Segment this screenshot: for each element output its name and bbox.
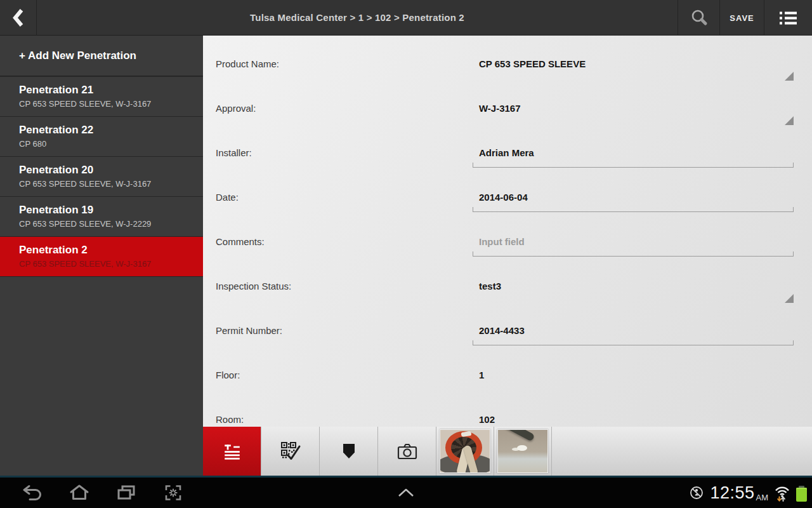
status-tray: 12:55 AM	[689, 478, 807, 508]
blocking-mode-icon	[689, 485, 704, 500]
photo-floor-cable-image	[497, 429, 548, 473]
field-value: Adrian Mera	[473, 147, 534, 158]
bottom-toolbar	[203, 427, 812, 476]
form-row-comments: Comments: Input field	[203, 224, 812, 268]
field-comments[interactable]: Input field	[473, 236, 794, 257]
field-value: 2014-4433	[473, 325, 525, 336]
penetration-title: Penetration 21	[19, 83, 195, 97]
field-label: Comments:	[216, 236, 473, 247]
field-label: Inspection Status:	[216, 281, 473, 291]
form-row-product-name: Product Name: CP 653 SPEED SLEEVE	[203, 46, 812, 90]
field-label: Approval:	[216, 103, 473, 114]
field-date[interactable]: 2014-06-04	[473, 192, 794, 212]
photo-speed-sleeve-image	[440, 429, 490, 473]
nav-back-icon	[21, 484, 44, 502]
penetration-sidebar: + Add New Penetration Penetration 21 CP …	[0, 36, 203, 476]
qr-scan-button[interactable]	[261, 427, 320, 476]
form-list-icon	[223, 442, 242, 461]
camera-button[interactable]	[378, 427, 436, 476]
field-value: 102	[473, 414, 495, 425]
field-permit-number[interactable]: 2014-4433	[473, 325, 794, 345]
penetration-title: Penetration 22	[19, 123, 195, 137]
penetration-list-item[interactable]: Penetration 19 CP 653 SPEED SLEEVE, W-J-…	[0, 197, 203, 237]
add-new-penetration-button[interactable]: + Add New Penetration	[0, 36, 203, 77]
nav-recents-button[interactable]	[103, 478, 150, 508]
save-button[interactable]: SAVE	[719, 0, 764, 36]
back-chevron-icon	[11, 8, 25, 27]
penetration-subtitle: CP 653 SPEED SLEEVE, W-J-3167	[19, 98, 195, 109]
penetration-list-item[interactable]: Penetration 20 CP 653 SPEED SLEEVE, W-J-…	[0, 157, 203, 197]
nav-screenshot-icon	[163, 484, 183, 502]
clock: 12:55 AM	[710, 478, 768, 508]
penetration-title: Penetration 19	[19, 203, 195, 217]
form-row-permit-number: Permit Number: 2014-4433	[203, 312, 812, 357]
system-nav-bar: 12:55 AM	[0, 478, 812, 508]
back-button[interactable]	[0, 0, 37, 36]
details-tab-button[interactable]	[203, 427, 261, 476]
dropdown-corner-icon	[785, 116, 794, 125]
field-floor: 1	[473, 370, 794, 384]
form-row-approval: Approval: W-J-3167	[203, 90, 812, 135]
form-row-date: Date: 2014-06-04	[203, 179, 812, 224]
dropdown-corner-icon	[785, 294, 794, 303]
form-row-floor: Floor: 1	[203, 357, 812, 401]
field-value: CP 653 SPEED SLEEVE	[473, 58, 586, 69]
tray-expand-chevron-icon	[396, 488, 416, 498]
field-installer[interactable]: Adrian Mera	[473, 147, 794, 168]
top-bar: Tulsa Medical Center > 1 > 102 > Penetra…	[0, 0, 812, 36]
field-label: Permit Number:	[216, 325, 473, 336]
menu-button[interactable]	[764, 0, 812, 36]
penetration-form: Product Name: CP 653 SPEED SLEEVE Approv…	[203, 36, 812, 427]
penetration-title: Penetration 20	[19, 163, 195, 177]
field-value: Input field	[473, 236, 525, 247]
field-label: Product Name:	[216, 58, 473, 69]
wifi-icon	[774, 485, 790, 502]
field-value: test3	[473, 281, 501, 291]
penetration-title: Penetration 2	[19, 243, 195, 257]
field-inspection-status[interactable]: test3	[473, 281, 794, 295]
field-value: 1	[473, 370, 484, 380]
app-screen: Tulsa Medical Center > 1 > 102 > Penetra…	[0, 0, 812, 508]
shield-icon	[341, 443, 357, 460]
field-value: 2014-06-04	[473, 192, 528, 203]
penetration-list-item[interactable]: Penetration 22 CP 680	[0, 117, 203, 157]
form-row-installer: Installer: Adrian Mera	[203, 135, 812, 179]
form-row-inspection-status: Inspection Status: test3	[203, 268, 812, 312]
nav-recents-icon	[115, 484, 137, 502]
search-icon	[690, 8, 709, 27]
penetration-subtitle: CP 653 SPEED SLEEVE, W-J-3167	[19, 258, 195, 269]
penetration-list-item[interactable]: Penetration 2 CP 653 SPEED SLEEVE, W-J-3…	[0, 237, 203, 277]
search-button[interactable]	[678, 0, 719, 36]
list-menu-icon	[780, 11, 797, 25]
battery-icon	[796, 486, 807, 502]
form-row-room: Room: 102	[203, 401, 812, 427]
field-room: 102	[473, 414, 794, 427]
penetration-subtitle: CP 653 SPEED SLEEVE, W-J-2229	[19, 218, 195, 229]
nav-home-button[interactable]	[56, 478, 103, 508]
photo-thumbnail-floor-cable[interactable]	[494, 427, 552, 476]
field-product-name[interactable]: CP 653 SPEED SLEEVE	[473, 58, 794, 72]
shield-tab-button[interactable]	[320, 427, 378, 476]
field-label: Room:	[216, 414, 473, 425]
penetration-subtitle: CP 653 SPEED SLEEVE, W-J-3167	[19, 178, 195, 189]
nav-home-icon	[69, 484, 90, 502]
penetration-list-item[interactable]: Penetration 21 CP 653 SPEED SLEEVE, W-J-…	[0, 77, 203, 117]
breadcrumb: Tulsa Medical Center > 1 > 102 > Penetra…	[250, 12, 464, 23]
nav-screenshot-button[interactable]	[150, 478, 197, 508]
qr-check-icon	[279, 441, 302, 462]
nav-back-button[interactable]	[9, 478, 56, 508]
field-label: Installer:	[216, 147, 473, 158]
penetration-list: Penetration 21 CP 653 SPEED SLEEVE, W-J-…	[0, 77, 203, 277]
toolbar-filler	[552, 427, 812, 476]
camera-icon	[396, 443, 418, 460]
field-label: Floor:	[216, 370, 473, 380]
field-approval[interactable]: W-J-3167	[473, 103, 794, 117]
photo-thumbnail-speed-sleeve[interactable]	[436, 427, 494, 476]
dropdown-corner-icon	[785, 72, 794, 81]
penetration-subtitle: CP 680	[19, 138, 195, 149]
field-value: W-J-3167	[473, 103, 521, 114]
field-label: Date:	[216, 192, 473, 203]
